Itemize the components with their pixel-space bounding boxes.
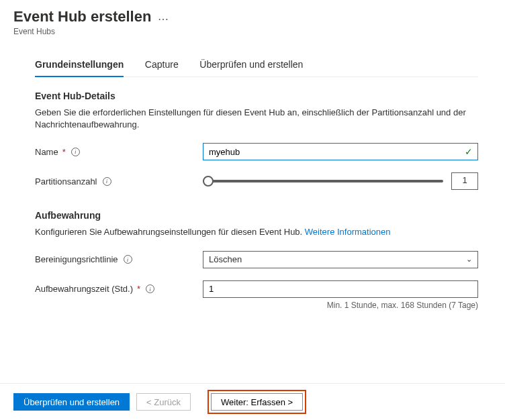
info-icon[interactable]: i [146,284,154,293]
cleanup-label: Bereinigungsrichtlinie i [35,254,203,264]
section-desc-details: Geben Sie die erforderlichen Einstellung… [35,107,478,131]
info-icon[interactable]: i [103,177,111,186]
tab-capture[interactable]: Capture [145,54,179,76]
required-indicator: * [62,147,66,157]
review-create-button[interactable]: Überprüfen und erstellen [13,393,130,411]
chevron-down-icon: ⌄ [466,255,472,264]
next-button[interactable]: Weiter: Erfassen > [211,393,303,411]
partitions-slider[interactable] [203,174,443,188]
name-input[interactable] [203,143,478,160]
tabs: Grundeinstellungen Capture Überprüfen un… [35,54,478,77]
cleanup-select[interactable]: Löschen ⌄ [203,251,478,268]
breadcrumb: Event Hubs [13,27,492,36]
footer: Überprüfen und erstellen < Zurück Weiter… [0,383,505,420]
section-title-retention: Aufbewahrung [35,210,478,221]
section-desc-retention: Konfigurieren Sie Aufbewahrungseinstellu… [35,226,478,238]
more-info-link[interactable]: Weitere Informationen [305,227,391,237]
slider-thumb[interactable] [203,176,214,187]
required-indicator: * [137,284,140,294]
section-title-details: Event Hub-Details [35,91,478,101]
back-button: < Zurück [136,393,191,411]
retention-time-input[interactable] [203,280,478,298]
more-actions-icon[interactable]: ⋯ [158,13,169,25]
partitions-label: Partitionsanzahl i [35,176,203,187]
retention-time-label: Aufbewahrungszeit (Std.)* i [35,284,203,294]
name-label: Name* i [35,147,203,157]
check-icon: ✓ [465,146,473,157]
retention-hint: Min. 1 Stunde, max. 168 Stunden (7 Tage) [35,301,478,310]
partitions-value[interactable]: 1 [451,172,478,190]
cleanup-value: Löschen [209,254,242,264]
info-icon[interactable]: i [71,148,80,156]
tab-review[interactable]: Überprüfen und erstellen [199,54,303,76]
info-icon[interactable]: i [124,255,132,264]
tab-basics[interactable]: Grundeinstellungen [35,54,124,76]
page-title: Event Hub erstellen [13,8,151,25]
